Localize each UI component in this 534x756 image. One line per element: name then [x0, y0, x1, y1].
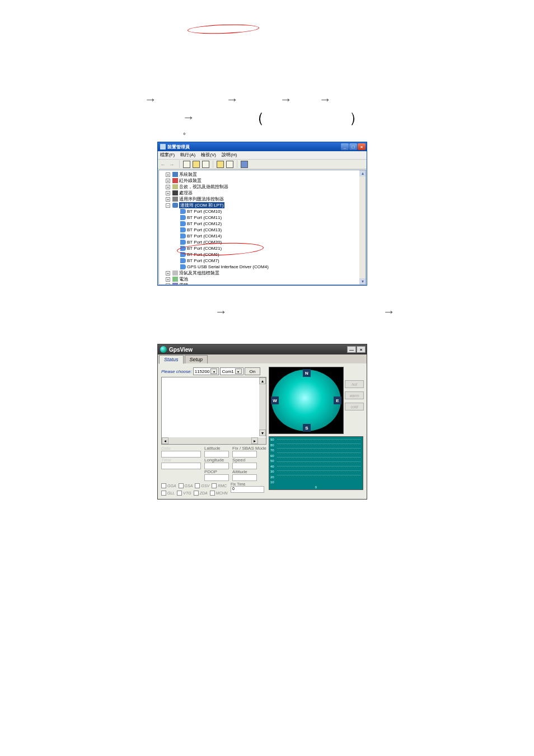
expander-icon[interactable]: +: [166, 197, 170, 202]
com-value: Com1: [222, 369, 233, 374]
tree-bt20[interactable]: BT Port (COM20): [187, 239, 222, 245]
zda-checkbox[interactable]: ZDA: [194, 491, 208, 496]
cold-start-button[interactable]: cold: [345, 403, 364, 410]
maximize-button[interactable]: □: [349, 143, 357, 150]
tree-usb[interactable]: 通用序列匯流排控制器: [179, 196, 224, 202]
mchn-checkbox[interactable]: MCHN: [210, 491, 228, 496]
tree-infrared[interactable]: 紅外線裝置: [179, 178, 202, 184]
annotation-circle-2: [188, 24, 259, 35]
fixmode-label: Fix / SBAS Mode: [232, 446, 266, 451]
computer-icon: [172, 283, 178, 285]
minimize-button[interactable]: _: [341, 143, 349, 150]
altitude-label: Altitude: [232, 469, 266, 474]
nema-output-textarea[interactable]: ▴ ▾ ◂ ▸: [161, 377, 266, 445]
scroll-down-button[interactable]: ▾: [359, 278, 366, 284]
expander-icon[interactable]: +: [166, 283, 170, 286]
tree-hid[interactable]: 滑鼠及其他指標裝置: [179, 270, 219, 276]
toolbar-properties-icon[interactable]: [193, 161, 200, 168]
tab-setup[interactable]: Setup: [185, 355, 208, 363]
window-title: GpsView: [160, 346, 193, 353]
tree-cpu[interactable]: 處理器: [179, 190, 193, 196]
close-paren: ）: [349, 108, 364, 128]
vertical-scrollbar[interactable]: [359, 170, 366, 284]
gsv-checkbox[interactable]: GSV: [195, 483, 209, 488]
tree-bt13[interactable]: BT Port (COM13): [187, 227, 222, 233]
gsa-checkbox[interactable]: GSA: [179, 483, 193, 488]
bluetooth-icon: [180, 264, 186, 269]
titlebar[interactable]: GpsView — ×: [158, 344, 367, 354]
titlebar[interactable]: 裝置管理員 _ □ ×: [158, 142, 367, 151]
comport-select[interactable]: Com1 ▾: [220, 367, 243, 375]
warm-start-button[interactable]: warm: [345, 391, 364, 399]
toolbar-fwd-icon[interactable]: →: [169, 161, 175, 167]
tree-bt10[interactable]: BT Port (COM10): [187, 208, 222, 214]
expander-icon[interactable]: −: [166, 203, 170, 208]
toolbar-help-icon[interactable]: [217, 161, 224, 168]
toolbar-scan-icon[interactable]: [241, 161, 248, 168]
bluetooth-icon: [180, 258, 186, 263]
expander-icon[interactable]: +: [166, 179, 170, 183]
scroll-left-button[interactable]: ◂: [162, 437, 168, 444]
device-tree[interactable]: +系統裝置 +紅外線裝置 +音效，視訊及遊戲控制器 +處理器 +通用序列匯流排控…: [158, 170, 366, 285]
satellite-sky-view: N S W E: [269, 367, 344, 434]
pdop-label: PDOP: [204, 469, 229, 474]
scroll-up-button[interactable]: ▴: [359, 170, 366, 176]
chevron-down-icon[interactable]: ▾: [235, 368, 242, 374]
close-button[interactable]: ×: [358, 143, 366, 150]
menu-action[interactable]: 執行(A): [180, 152, 195, 157]
baud-select[interactable]: 115200 ▾: [193, 367, 219, 375]
y-10: 10: [270, 480, 274, 484]
expander-icon[interactable]: +: [166, 172, 170, 177]
window-title-text: GpsView: [169, 347, 193, 353]
vertical-scrollbar[interactable]: [259, 377, 266, 436]
scroll-right-button[interactable]: ▸: [251, 437, 258, 444]
tree-bt6[interactable]: BT Port (COM6): [187, 251, 219, 258]
bluetooth-icon: [180, 221, 186, 226]
menu-help[interactable]: 說明(H): [222, 152, 237, 157]
on-button[interactable]: On: [245, 367, 260, 375]
chevron-down-icon[interactable]: ▾: [210, 368, 217, 374]
close-button[interactable]: ×: [357, 346, 366, 353]
menu-file[interactable]: 檔案(F): [160, 152, 175, 157]
horizontal-scrollbar[interactable]: [162, 437, 266, 444]
toolbar-icon-5[interactable]: [226, 161, 233, 168]
arrow-4: →: [319, 92, 331, 107]
rmc-checkbox[interactable]: RMC: [212, 483, 227, 488]
bluetooth-icon: [180, 209, 186, 214]
compass-e: E: [334, 396, 341, 404]
tree-com-selected[interactable]: 連接埠 (COM 和 LPT): [179, 202, 224, 208]
gga-checkbox[interactable]: GGA: [161, 483, 176, 488]
tree-bt7[interactable]: BT Port (COM7): [187, 258, 219, 264]
signal-zero: 0: [315, 486, 317, 489]
expander-icon[interactable]: +: [166, 277, 170, 282]
scroll-up-button[interactable]: ▴: [259, 377, 266, 384]
tree-bt11[interactable]: BT Port (COM11): [187, 214, 222, 221]
arrow-5: →: [182, 110, 195, 125]
hot-start-button[interactable]: hot: [345, 380, 364, 388]
menu-view[interactable]: 檢視(V): [201, 152, 216, 157]
tree-sound[interactable]: 音效，視訊及遊戲控制器: [179, 184, 228, 190]
tab-status[interactable]: Status: [159, 355, 184, 364]
tree-gps[interactable]: GPS USB Serial Interface Driver (COM4): [187, 264, 269, 270]
tree-bt12[interactable]: BT Port (COM12): [187, 221, 222, 227]
expander-icon[interactable]: +: [166, 271, 170, 276]
tree-computer[interactable]: 電腦: [179, 282, 188, 285]
window-title: 裝置管理員: [160, 144, 190, 150]
tree-system[interactable]: 系統裝置: [179, 171, 197, 178]
minimize-button[interactable]: —: [347, 346, 356, 353]
expander-icon[interactable]: +: [166, 185, 170, 189]
toolbar-back-icon[interactable]: ←: [160, 161, 166, 167]
toolbar-print-icon[interactable]: [202, 161, 209, 168]
tree-bt21[interactable]: BT Port (COM21): [187, 245, 222, 251]
pdop-field: [204, 474, 229, 481]
toolbar-icon-1[interactable]: [183, 161, 190, 168]
tree-bt14[interactable]: BT Port (COM14): [187, 233, 222, 239]
gll-checkbox[interactable]: GLL: [161, 491, 175, 496]
tab-bar: Status Setup: [158, 354, 367, 363]
altitude-field: [232, 474, 257, 481]
expander-icon[interactable]: +: [166, 191, 170, 195]
tree-battery[interactable]: 電池: [179, 276, 188, 282]
scroll-down-button[interactable]: ▾: [259, 430, 266, 436]
vtg-checkbox[interactable]: VTG: [177, 491, 191, 496]
usb-icon: [172, 197, 178, 202]
